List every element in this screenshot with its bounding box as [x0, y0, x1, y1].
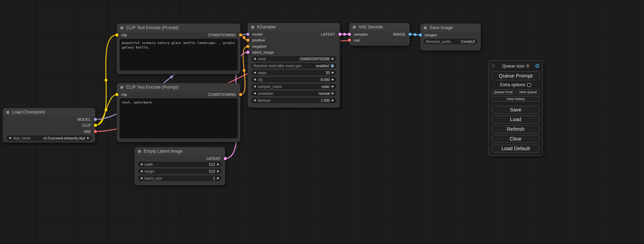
vae-input-dot[interactable]	[348, 39, 351, 42]
collapse-dot-icon[interactable]	[353, 26, 356, 29]
steps-widget[interactable]: ◀ steps 20 ▶	[251, 70, 336, 75]
batch-size-widget[interactable]: ◀ batch_size 1 ▶	[138, 175, 222, 181]
node-vae-decode[interactable]: VAE Decode samples IMAGE vae	[349, 23, 410, 46]
vae-output-dot[interactable]	[94, 130, 97, 133]
height-widget[interactable]: ◀ height 512 ▶	[138, 169, 222, 174]
port-row: positive	[248, 37, 340, 44]
increment-arrow-icon[interactable]: ▶	[217, 170, 219, 173]
increment-arrow-icon[interactable]: ▶	[217, 163, 219, 166]
node-clip-text-encode-positive[interactable]: CLIP Text Encode (Prompt) clip CONDITION…	[117, 24, 240, 74]
decrement-arrow-icon[interactable]: ◀	[140, 170, 142, 173]
extra-options-checkbox[interactable]	[527, 83, 531, 87]
load-default-button[interactable]: Load Default	[492, 145, 540, 153]
positive-input-dot[interactable]	[246, 39, 249, 42]
ckpt-name-widget[interactable]: ◀ ckpt_name v1-5-pruned-emaonly.ckpt ▶	[6, 135, 92, 141]
image-output-label: IMAGE	[393, 32, 405, 36]
clip-input-dot[interactable]	[115, 93, 118, 96]
link-dot	[105, 109, 107, 111]
conditioning-output-dot[interactable]	[239, 93, 242, 96]
samples-input-dot[interactable]	[348, 33, 351, 36]
collapse-dot-icon[interactable]	[6, 111, 9, 114]
increment-arrow-icon[interactable]: ▶	[332, 92, 334, 95]
view-history-row: View History	[492, 96, 540, 102]
negative-input-dot[interactable]	[246, 45, 249, 48]
node-save-image[interactable]: Save Image images filename_prefix ComfyU…	[420, 24, 481, 51]
node-title-bar[interactable]: CLIP Text Encode (Prompt)	[117, 83, 240, 91]
load-button[interactable]: Load	[492, 116, 540, 124]
decrement-arrow-icon[interactable]: ◀	[254, 78, 256, 81]
width-widget[interactable]: ◀ width 512 ▶	[138, 162, 222, 167]
clip-input-dot[interactable]	[115, 33, 118, 36]
port-row: clip CONDITIONING	[117, 32, 240, 38]
widget-value: enabled	[316, 64, 329, 68]
positive-prompt-textarea[interactable]: beautiful scenery nature glass bottle la…	[120, 39, 238, 71]
collapse-dot-icon[interactable]	[251, 26, 254, 29]
node-empty-latent-image[interactable]: Empty Latent Image LATENT ◀ width 512 ▶ …	[134, 147, 225, 185]
node-clip-text-encode-negative[interactable]: CLIP Text Encode (Prompt) clip CONDITION…	[117, 83, 240, 142]
increment-arrow-icon[interactable]: ▶	[332, 99, 334, 102]
graph-canvas[interactable]: Load Checkpoint MODEL CLIP VAE ◀ ckpt_na…	[0, 0, 644, 244]
cfg-widget[interactable]: ◀ cfg 8.000 ▶	[251, 77, 336, 82]
collapse-dot-icon[interactable]	[424, 26, 427, 29]
decrement-arrow-icon[interactable]: ◀	[254, 85, 256, 88]
widget-value: 156680208700286	[299, 57, 330, 61]
latent-image-input-dot[interactable]	[246, 51, 249, 54]
node-title-bar[interactable]: Save Image	[420, 24, 481, 32]
view-history-button[interactable]: View History	[492, 96, 540, 102]
toggle-knob-icon[interactable]	[331, 64, 334, 67]
drag-handle-icon[interactable]: ⠿	[492, 64, 495, 69]
clip-output-dot[interactable]	[94, 124, 97, 127]
filename-prefix-widget[interactable]: filename_prefix ComfyUI	[424, 39, 477, 44]
model-output-dot[interactable]	[94, 118, 97, 121]
scheduler-widget[interactable]: ◀ scheduler normal ▶	[251, 91, 336, 96]
queue-front-button[interactable]: Queue Front	[492, 89, 515, 95]
widget-label: steps	[258, 71, 266, 75]
node-title-bar[interactable]: CLIP Text Encode (Prompt)	[117, 24, 240, 32]
random-seed-toggle-widget[interactable]: Random seed after every gen enabled	[251, 63, 336, 69]
node-title-bar[interactable]: KSampler	[248, 23, 340, 31]
refresh-button[interactable]: Refresh	[492, 125, 540, 133]
node-title-bar[interactable]: VAE Decode	[349, 23, 410, 31]
clear-button[interactable]: Clear	[492, 135, 540, 143]
increment-arrow-icon[interactable]: ▶	[217, 177, 219, 180]
collapse-dot-icon[interactable]	[138, 150, 141, 153]
latent-output-dot[interactable]	[224, 157, 227, 160]
model-input-dot[interactable]	[246, 33, 249, 36]
node-ksampler[interactable]: KSampler model LATENT positive negative …	[248, 23, 340, 108]
increment-arrow-icon[interactable]: ▶	[332, 78, 334, 81]
node-load-checkpoint[interactable]: Load Checkpoint MODEL CLIP VAE ◀ ckpt_na…	[3, 108, 95, 143]
save-button[interactable]: Save	[492, 106, 540, 114]
latent-output-label: LATENT	[321, 32, 335, 36]
view-queue-button[interactable]: View Queue	[517, 89, 540, 95]
queue-prompt-button[interactable]: Queue Prompt	[492, 71, 540, 80]
decrement-arrow-icon[interactable]: ◀	[9, 137, 11, 139]
decrement-arrow-icon[interactable]: ◀	[140, 163, 142, 166]
conditioning-output-dot[interactable]	[239, 33, 242, 36]
decrement-arrow-icon[interactable]: ◀	[254, 57, 256, 60]
widget-label: batch_size	[144, 176, 162, 180]
node-title-bar[interactable]: Load Checkpoint	[3, 108, 95, 116]
collapse-dot-icon[interactable]	[120, 86, 123, 89]
latent-output-dot[interactable]	[338, 33, 342, 36]
increment-arrow-icon[interactable]: ▶	[332, 85, 334, 88]
sampler-name-widget[interactable]: ◀ sampler_name euler ▶	[251, 84, 336, 89]
settings-gear-icon[interactable]: ⚙	[535, 63, 540, 69]
increment-arrow-icon[interactable]: ▶	[332, 57, 334, 60]
images-input-dot[interactable]	[419, 33, 422, 36]
widget-label: seed	[258, 57, 266, 61]
increment-arrow-icon[interactable]: ▶	[87, 137, 89, 139]
widget-value: 1.000	[321, 98, 330, 102]
negative-prompt-textarea[interactable]: text, watermark	[120, 98, 238, 138]
node-title-bar[interactable]: Empty Latent Image	[134, 147, 225, 155]
decrement-arrow-icon[interactable]: ◀	[254, 99, 256, 102]
node-title: CLIP Text Encode (Prompt)	[126, 25, 179, 30]
seed-widget[interactable]: ◀ seed 156680208700286 ▶	[251, 56, 336, 62]
increment-arrow-icon[interactable]: ▶	[332, 71, 334, 74]
collapse-dot-icon[interactable]	[120, 26, 123, 29]
link-dot	[243, 36, 246, 39]
denoise-widget[interactable]: ◀ denoise 1.000 ▶	[251, 98, 336, 103]
decrement-arrow-icon[interactable]: ◀	[140, 177, 142, 180]
decrement-arrow-icon[interactable]: ◀	[254, 71, 256, 74]
image-output-dot[interactable]	[408, 33, 412, 36]
decrement-arrow-icon[interactable]: ◀	[254, 92, 256, 95]
